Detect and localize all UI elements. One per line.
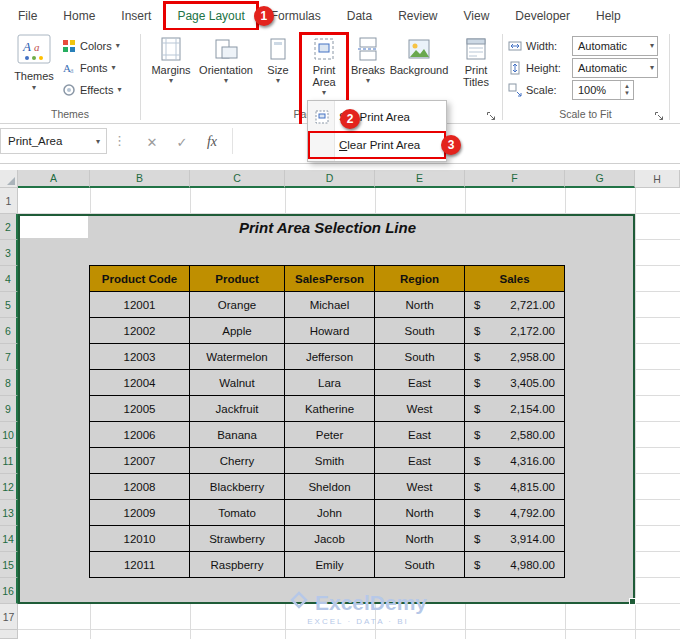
tab-insert[interactable]: Insert	[109, 3, 163, 29]
row-header-4[interactable]: 4	[0, 266, 18, 292]
row-header-3[interactable]: 3	[0, 240, 18, 266]
cell-product-code[interactable]: 12008	[90, 474, 190, 500]
menu-item-set-print-area[interactable]: Set Print Area	[308, 103, 446, 131]
name-box[interactable]: Print_Area ▾	[0, 128, 107, 154]
cell-sales[interactable]: $2,154.00	[465, 396, 565, 422]
tab-file[interactable]: File	[6, 3, 49, 29]
cell-sales[interactable]: $4,792.00	[465, 500, 565, 526]
row-header-1[interactable]: 1	[0, 188, 18, 214]
row-header-13[interactable]: 13	[0, 500, 18, 526]
scale-to-fit-dialog-launcher[interactable]	[654, 108, 666, 120]
table-header-product[interactable]: Product	[190, 266, 285, 292]
height--dropdown[interactable]: Automatic▾	[572, 58, 658, 78]
cell-sales[interactable]: $4,316.00	[465, 448, 565, 474]
cell-salesperson[interactable]: Michael	[285, 292, 375, 318]
cell-product-code[interactable]: 12003	[90, 344, 190, 370]
column-header-f[interactable]: F	[465, 170, 565, 188]
name-box-chevron-icon[interactable]: ▾	[90, 137, 106, 146]
column-header-e[interactable]: E	[375, 170, 465, 188]
cell-product[interactable]: Blackberry	[190, 474, 285, 500]
select-all-corner[interactable]	[0, 170, 18, 188]
cell-salesperson[interactable]: Jefferson	[285, 344, 375, 370]
cell-product-code[interactable]: 12004	[90, 370, 190, 396]
spinner-arrows-icon[interactable]: ▲▼	[620, 81, 633, 99]
cell-product[interactable]: Raspberry	[190, 552, 285, 578]
cell-product-code[interactable]: 12001	[90, 292, 190, 318]
row-header-16[interactable]: 16	[0, 578, 18, 604]
cell-product[interactable]: Strawberry	[190, 526, 285, 552]
cell-region[interactable]: North	[375, 526, 465, 552]
cell-region[interactable]: South	[375, 552, 465, 578]
orientation-button[interactable]: Orientation▾	[198, 34, 254, 134]
cell-product[interactable]: Apple	[190, 318, 285, 344]
formula-bar-handle[interactable]: ⋮	[113, 133, 126, 148]
row-header-14[interactable]: 14	[0, 526, 18, 552]
tab-home[interactable]: Home	[51, 3, 107, 29]
cell-product-code[interactable]: 12009	[90, 500, 190, 526]
cell-region[interactable]: West	[375, 396, 465, 422]
scale--spinner[interactable]: 100%▲▼	[572, 80, 634, 100]
size-button[interactable]: Size▾	[256, 34, 300, 134]
row-header-6[interactable]: 6	[0, 318, 18, 344]
cell-region[interactable]: South	[375, 344, 465, 370]
cell-salesperson[interactable]: Howard	[285, 318, 375, 344]
tab-help[interactable]: Help	[584, 3, 633, 29]
insert-function-button[interactable]: fx	[202, 132, 222, 152]
grid-cells[interactable]: Print Area Selection Line Product CodePr…	[18, 188, 680, 639]
cell-sales[interactable]: $2,172.00	[465, 318, 565, 344]
row-header-11[interactable]: 11	[0, 448, 18, 474]
cancel-button[interactable]: ✕	[142, 132, 162, 152]
cell-salesperson[interactable]: John	[285, 500, 375, 526]
cell-salesperson[interactable]: Sheldon	[285, 474, 375, 500]
cell-region[interactable]: East	[375, 422, 465, 448]
column-header-c[interactable]: C	[190, 170, 285, 188]
colors-button[interactable]: Colors▾	[62, 38, 138, 54]
effects-button[interactable]: Effects▾	[62, 82, 138, 98]
cell-region[interactable]: West	[375, 474, 465, 500]
cell-salesperson[interactable]: Peter	[285, 422, 375, 448]
cell-sales[interactable]: $2,580.00	[465, 422, 565, 448]
menu-item-clear-print-area[interactable]: Clear Print Area3	[308, 131, 446, 159]
cell-product[interactable]: Jackfruit	[190, 396, 285, 422]
cell-region[interactable]: North	[375, 292, 465, 318]
cell-salesperson[interactable]: Emily	[285, 552, 375, 578]
row-header-8[interactable]: 8	[0, 370, 18, 396]
cell-sales[interactable]: $3,405.00	[465, 370, 565, 396]
cell-product-code[interactable]: 12002	[90, 318, 190, 344]
cell-region[interactable]: East	[375, 448, 465, 474]
print-titles-button[interactable]: Print Titles	[452, 34, 500, 134]
fonts-button[interactable]: AaFonts▾	[62, 60, 138, 76]
cell-sales[interactable]: $2,721.00	[465, 292, 565, 318]
cell-sales[interactable]: $4,980.00	[465, 552, 565, 578]
table-header-region[interactable]: Region	[375, 266, 465, 292]
cell-salesperson[interactable]: Lara	[285, 370, 375, 396]
cell-salesperson[interactable]: Katherine	[285, 396, 375, 422]
column-header-d[interactable]: D	[285, 170, 375, 188]
cell-region[interactable]: South	[375, 318, 465, 344]
row-header-12[interactable]: 12	[0, 474, 18, 500]
table-header-product-code[interactable]: Product Code	[90, 266, 190, 292]
cell-sales[interactable]: $4,815.00	[465, 474, 565, 500]
tab-page-layout[interactable]: Page Layout1	[165, 3, 256, 29]
tab-review[interactable]: Review	[386, 3, 449, 29]
cell-sales[interactable]: $3,914.00	[465, 526, 565, 552]
cell-product[interactable]: Watermelon	[190, 344, 285, 370]
table-header-sales[interactable]: Sales	[465, 266, 565, 292]
selection-fill-handle[interactable]	[629, 598, 636, 605]
active-cell[interactable]	[20, 216, 88, 238]
cell-product-code[interactable]: 12007	[90, 448, 190, 474]
cell-product-code[interactable]: 12010	[90, 526, 190, 552]
row-header-9[interactable]: 9	[0, 396, 18, 422]
row-header-2[interactable]: 2	[0, 214, 18, 240]
column-header-b[interactable]: B	[90, 170, 190, 188]
cell-product[interactable]: Orange	[190, 292, 285, 318]
cell-salesperson[interactable]: Smith	[285, 448, 375, 474]
cell-region[interactable]: East	[375, 370, 465, 396]
cell-product[interactable]: Walnut	[190, 370, 285, 396]
tab-data[interactable]: Data	[335, 3, 384, 29]
cell-product[interactable]: Tomato	[190, 500, 285, 526]
row-header-5[interactable]: 5	[0, 292, 18, 318]
margins-button[interactable]: Margins▾	[146, 34, 196, 134]
table-header-salesperson[interactable]: SalesPerson	[285, 266, 375, 292]
cell-product-code[interactable]: 12006	[90, 422, 190, 448]
